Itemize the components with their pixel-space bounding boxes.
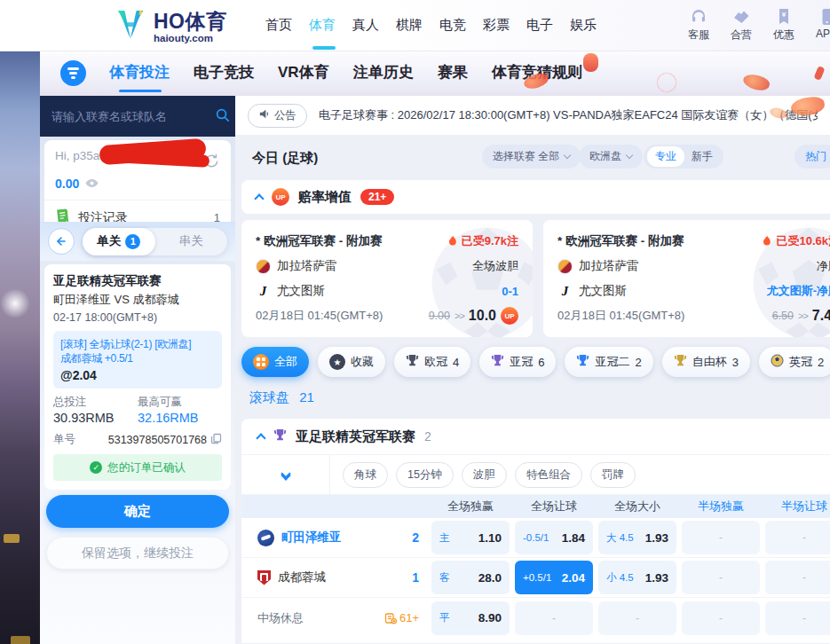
market-pill-15min[interactable]: 15分钟 [396,462,454,488]
market-pill-correct-score[interactable]: 波胆 [462,462,507,488]
tab-esports[interactable]: 电子竞技 [194,62,254,82]
nav-item-slots[interactable]: 电子 [526,17,553,34]
odds-tag: 大 4.5 [606,531,634,545]
expand-markets-button[interactable] [241,455,330,494]
hot-filter[interactable]: 热门 [794,145,830,169]
odds-cell-empty[interactable]: - [765,561,830,594]
category-ucl[interactable]: 欧冠 4 [394,347,470,377]
market-pill-corners[interactable]: 角球 [343,462,388,488]
odds-type-filter[interactable]: 欧洲盘 [579,145,643,169]
mode-pro-option[interactable]: 专业 [647,146,684,167]
nav-item-cards[interactable]: 棋牌 [396,17,423,34]
category-favorites[interactable]: ★ 收藏 [318,347,385,377]
odds-tag: 客 [439,571,450,585]
odds-cell-empty[interactable]: - [682,521,760,554]
odds-cell-handicap-away-selected[interactable]: +0.5/1 2.04 [515,561,593,594]
eye-icon[interactable] [85,176,99,192]
coupon-ribbon-icon: ¥ [768,7,800,27]
odds-cell-over[interactable]: 大 4.5 1.93 [598,521,676,554]
nav-item-live-casino[interactable]: 真人 [352,17,379,34]
keep-selection-button[interactable]: 保留选项，继续投注 [46,537,229,569]
odds-cell-handicap-home[interactable]: -0.5/1 1.84 [515,521,593,554]
more-markets-link[interactable]: 61+ [384,611,419,624]
order-confirmed-text: 您的订单已确认 [107,460,186,475]
odds-cell-1x2-away[interactable]: 客 28.0 [431,561,510,594]
odds-boost-bar: UP 赔率增值 21+ [241,180,830,214]
nav-item-entertainment[interactable]: 娱乐 [570,17,597,34]
tab-sports-betting[interactable]: 体育投注 [109,62,170,82]
boost-match-card[interactable]: * 欧洲冠军联赛 - 附加赛 已受9.7k注 加拉塔萨雷 全场波胆 J 尤文图斯 [241,220,533,337]
team-area[interactable]: 成都蓉城 1 [241,569,431,585]
odds-cell-draw[interactable]: 平 8.90 [431,601,510,635]
confirm-button[interactable]: 确定 [46,495,229,528]
team-name[interactable]: 成都蓉城 [278,569,326,585]
customer-service-link[interactable]: 客服 [683,7,715,43]
column-halftime-1x2[interactable]: 半场独赢 [682,499,760,514]
match-status: 中场休息 [257,610,304,626]
slip-match-name: 町田泽维亚 VS 成都蓉城 [53,293,222,307]
category-acl[interactable]: 亚冠 6 [479,347,556,377]
nav-item-home[interactable]: 首页 [265,17,292,34]
search-icon[interactable] [215,107,230,126]
announcement-text[interactable]: 电子足球赛事 : 2026/02/17 18:30:00(GMT+8) VS-P… [319,107,818,123]
collapse-chevron-icon[interactable] [254,193,264,203]
category-acl2[interactable]: 亚冠二 2 [565,347,652,377]
odds-cell-empty[interactable]: - [682,601,760,635]
odds-value: 1.93 [645,531,668,545]
galatasaray-crest-icon [256,259,271,274]
boost-match-card[interactable]: * 欧洲冠军联赛 - 附加赛 已受10.6k注 加拉塔萨雷 净胜 J 尤文图斯 [543,220,830,337]
mode-novice-option[interactable]: 新手 [684,146,720,167]
copy-icon[interactable] [210,433,222,447]
odds-value: 1.84 [562,531,585,545]
star-icon: ★ [329,354,345,370]
odds-value: 1.10 [478,531,502,545]
category-libertadores[interactable]: 自由杯 3 [662,347,750,377]
handshake-icon [725,7,757,27]
app-download-link[interactable]: APP [810,7,830,43]
league-panel-header[interactable]: 亚足联精英冠军联赛 2 [241,419,830,454]
live-markets-row[interactable]: 滚球盘 21 [249,389,314,406]
card-odds[interactable]: 9.00 >> 10.0 UP [429,307,518,325]
category-count: 6 [538,356,544,369]
team-name[interactable]: 町田泽维亚 [281,530,342,546]
odds-value: 8.90 [478,611,502,624]
odds-cell-empty[interactable]: - [765,521,830,554]
match-row-status: 中场休息 61+ 平 8.90 - - - - [241,598,830,638]
nav-item-lottery[interactable]: 彩票 [483,17,510,34]
home-team: 加拉塔萨雷 [256,258,337,274]
search-input[interactable] [51,110,208,123]
boosted-odds: 7.40 [812,308,830,324]
odds-cell-1x2-home[interactable]: 主 1.10 [431,521,510,554]
filter-funnel-icon[interactable] [60,60,86,86]
mode-toggle[interactable]: 专业 新手 [644,145,723,169]
tab-vr-sports[interactable]: VR体育 [278,62,329,82]
odds-cell-empty[interactable]: - [765,601,830,635]
away-team: J 尤文图斯 [256,283,325,299]
order-confirmed-banner: ✓ 您的订单已确认 [53,454,222,481]
odds-cell-empty[interactable]: - [598,601,676,635]
tab-parlay-bet[interactable]: 串关 [155,228,228,255]
collapse-chevron-icon[interactable] [256,433,265,443]
back-button[interactable] [48,228,75,255]
announcement-pill[interactable]: 公告 [248,104,307,128]
card-odds[interactable]: 6.50 >> 7.40 [772,308,830,324]
brand-logo[interactable]: HO体育 haiouty.com [114,9,227,44]
category-all[interactable]: 全部 [241,347,309,377]
column-halftime-handicap[interactable]: 半场让球 [765,499,830,514]
market-pill-specials[interactable]: 特色组合 [515,462,582,488]
tab-bet-history[interactable]: 注单历史 [353,62,414,82]
tab-single-bet[interactable]: 单关 1 [83,228,155,255]
odds-cell-empty[interactable]: - [515,601,593,635]
league-select-filter[interactable]: 选择联赛 全部 [482,145,581,169]
promotions-link[interactable]: ¥ 优惠 [768,7,800,43]
tab-results[interactable]: 赛果 [438,62,468,82]
tab-betting-rules[interactable]: 体育竞猜规则 [492,62,582,82]
category-championship[interactable]: 英冠 2 [759,347,830,377]
nav-item-sports[interactable]: 体育 [309,17,336,34]
odds-cell-under[interactable]: 小 4.5 1.93 [598,561,676,594]
team-area[interactable]: 町田泽维亚 2 [241,530,431,546]
nav-item-esports[interactable]: 电竞 [439,17,466,34]
odds-cell-empty[interactable]: - [682,561,760,594]
partnership-link[interactable]: 合营 [725,7,757,43]
market-pill-cards[interactable]: 罚牌 [590,462,636,488]
